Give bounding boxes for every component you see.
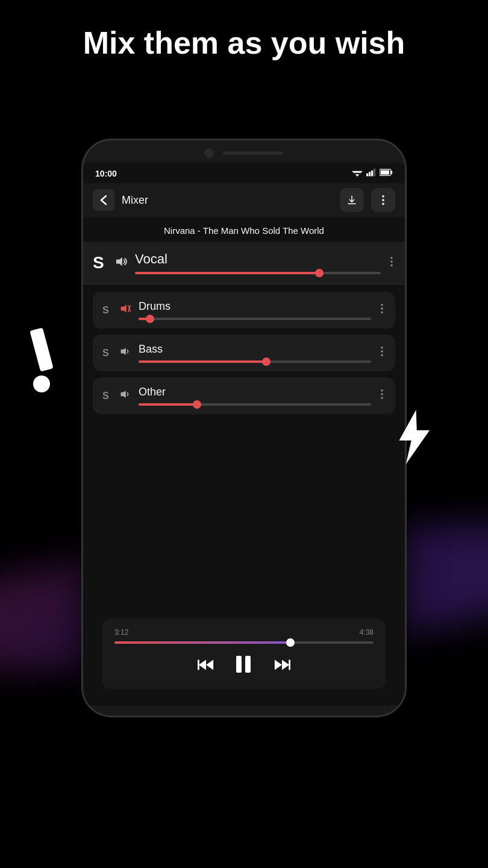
svg-rect-36	[236, 656, 242, 673]
bass-volume-icon[interactable]	[119, 347, 131, 359]
svg-rect-11	[348, 203, 356, 204]
drums-more-button[interactable]	[378, 301, 386, 319]
pause-button[interactable]	[236, 656, 252, 677]
other-track: S Other	[93, 377, 395, 414]
phone-top-bar	[83, 140, 405, 163]
more-options-button[interactable]	[371, 188, 395, 212]
bass-slider[interactable]	[139, 360, 371, 363]
vocal-slider[interactable]	[135, 272, 381, 274]
app-header: Mixer	[83, 183, 405, 217]
other-more-button[interactable]	[378, 386, 386, 405]
svg-point-13	[382, 199, 384, 201]
phone-speaker	[223, 151, 283, 155]
status-bar: 10:00	[83, 163, 405, 183]
svg-marker-38	[275, 659, 282, 670]
vocal-volume-icon[interactable]	[114, 256, 128, 270]
svg-point-31	[381, 393, 383, 395]
lightning-decoration	[392, 410, 434, 467]
svg-point-24	[381, 312, 383, 314]
other-s-label: S	[102, 391, 112, 401]
tracks-list: S Drums	[83, 285, 405, 706]
spacer	[93, 420, 395, 612]
forward-button[interactable]	[274, 658, 290, 675]
svg-marker-34	[199, 659, 206, 670]
phone-camera	[205, 149, 213, 157]
song-title: Nirvana - The Man Who Sold The World	[83, 217, 405, 242]
vocal-more-button[interactable]	[388, 254, 395, 272]
back-button[interactable]	[93, 189, 114, 211]
vocal-track-info: Vocal	[135, 251, 381, 274]
svg-point-32	[381, 397, 383, 400]
headline: Mix them as you wish	[0, 24, 488, 61]
current-time: 3:12	[114, 628, 128, 637]
svg-point-26	[381, 347, 383, 349]
svg-rect-9	[391, 171, 393, 174]
bass-more-button[interactable]	[378, 344, 386, 362]
bass-track-info: Bass	[139, 343, 371, 363]
vocal-track: S Vocal	[83, 242, 405, 285]
rewind-button[interactable]	[198, 658, 214, 675]
svg-point-28	[381, 354, 383, 357]
progress-times: 3:12 4:38	[114, 628, 374, 637]
svg-point-17	[390, 260, 393, 263]
other-track-name: Other	[139, 386, 371, 398]
drums-slider[interactable]	[139, 318, 371, 320]
svg-point-18	[390, 264, 393, 266]
status-icons	[352, 168, 393, 178]
svg-point-23	[381, 307, 383, 310]
total-time: 4:38	[360, 628, 374, 637]
svg-point-14	[382, 203, 384, 206]
svg-marker-19	[121, 304, 127, 312]
drums-track: S Drums	[93, 292, 395, 329]
svg-marker-0	[399, 410, 430, 464]
svg-marker-33	[206, 659, 213, 670]
vocal-track-name: Vocal	[135, 251, 381, 267]
drums-s-label: S	[102, 305, 112, 316]
svg-point-22	[381, 304, 383, 306]
phone-screen: 10:00	[83, 163, 405, 706]
mixer-title: Mixer	[122, 194, 333, 207]
svg-rect-37	[245, 656, 251, 673]
svg-rect-7	[374, 169, 375, 177]
wifi-icon	[352, 168, 363, 178]
signal-icon	[366, 168, 376, 178]
svg-marker-25	[121, 348, 126, 355]
status-time: 10:00	[95, 169, 117, 178]
battery-icon	[380, 168, 393, 178]
svg-rect-40	[289, 659, 290, 670]
drums-track-name: Drums	[139, 300, 371, 313]
svg-rect-6	[371, 171, 373, 177]
svg-rect-5	[369, 172, 371, 176]
progress-bar[interactable]	[114, 641, 374, 644]
player-controls	[114, 656, 374, 677]
svg-rect-35	[198, 659, 199, 670]
download-button[interactable]	[340, 188, 364, 212]
other-slider[interactable]	[139, 403, 371, 406]
svg-point-12	[382, 195, 384, 198]
vocal-s-label: S	[93, 253, 107, 272]
svg-rect-4	[366, 174, 368, 177]
player-controls-section: 3:12 4:38	[102, 618, 386, 689]
other-volume-icon[interactable]	[119, 389, 131, 402]
svg-marker-3	[355, 174, 359, 177]
bass-track-name: Bass	[139, 343, 371, 356]
svg-rect-10	[381, 171, 389, 175]
drums-track-info: Drums	[139, 300, 371, 320]
other-track-info: Other	[139, 386, 371, 406]
bass-track: S Bass	[93, 335, 395, 371]
svg-marker-15	[116, 257, 122, 265]
svg-point-30	[381, 389, 383, 392]
drums-muted-icon[interactable]	[119, 303, 131, 317]
svg-marker-29	[121, 391, 126, 398]
svg-marker-39	[282, 659, 289, 670]
bass-s-label: S	[102, 348, 112, 359]
svg-point-27	[381, 350, 383, 353]
exclamation-decoration	[33, 329, 50, 392]
phone-frame: 10:00	[81, 139, 407, 717]
svg-point-16	[390, 256, 393, 259]
